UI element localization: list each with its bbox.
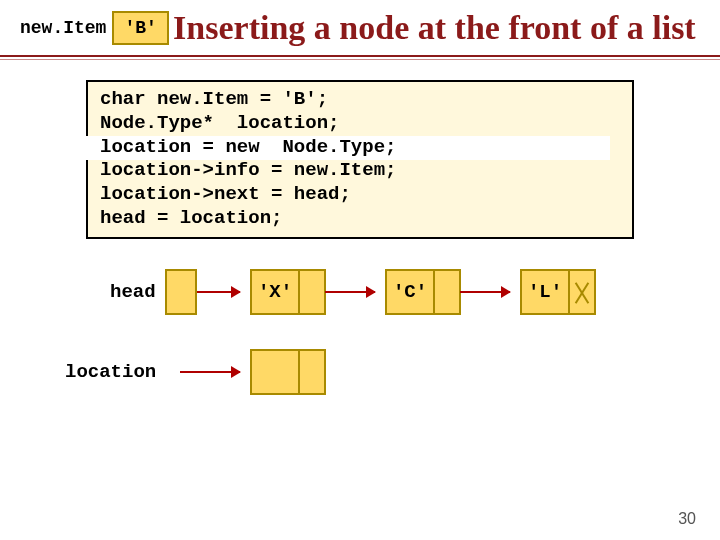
- node-info: 'X': [252, 271, 300, 313]
- node-next: [435, 271, 459, 313]
- page-title: Inserting a node at the front of a list: [169, 8, 720, 47]
- new-node-empty: [250, 349, 326, 395]
- divider-thick: [0, 55, 720, 57]
- location-pointer-box: [165, 269, 197, 315]
- new-item-value-box: 'B': [112, 11, 168, 45]
- node-next: [300, 271, 324, 313]
- code-line: Node.Type* location;: [100, 112, 620, 136]
- node-info: 'L': [522, 271, 570, 313]
- code-line: location->next = head;: [100, 183, 620, 207]
- code-line: location->info = new.Item;: [100, 159, 620, 183]
- new-item-label: new.Item: [20, 18, 106, 38]
- location-label: location: [65, 361, 156, 383]
- node-next: [300, 351, 324, 393]
- list-node-c: 'C': [385, 269, 461, 315]
- arrow-icon: [180, 371, 240, 373]
- divider-thin: [0, 59, 720, 60]
- head-label: head: [110, 281, 156, 303]
- page-number: 30: [678, 510, 696, 528]
- node-info: 'C': [387, 271, 435, 313]
- arrow-icon: [460, 291, 510, 293]
- linked-list-diagram: head 'X' 'C' 'L' location: [110, 269, 720, 429]
- list-node-x: 'X': [250, 269, 326, 315]
- code-line: char new.Item = 'B';: [100, 88, 620, 112]
- node-next-null: [570, 271, 594, 313]
- code-box: char new.Item = 'B'; Node.Type* location…: [86, 80, 634, 239]
- code-line: head = location;: [100, 207, 620, 231]
- code-line: location = new Node.Type;: [100, 136, 620, 160]
- node-info: [252, 351, 300, 393]
- arrow-icon: [325, 291, 375, 293]
- list-node-l: 'L': [520, 269, 596, 315]
